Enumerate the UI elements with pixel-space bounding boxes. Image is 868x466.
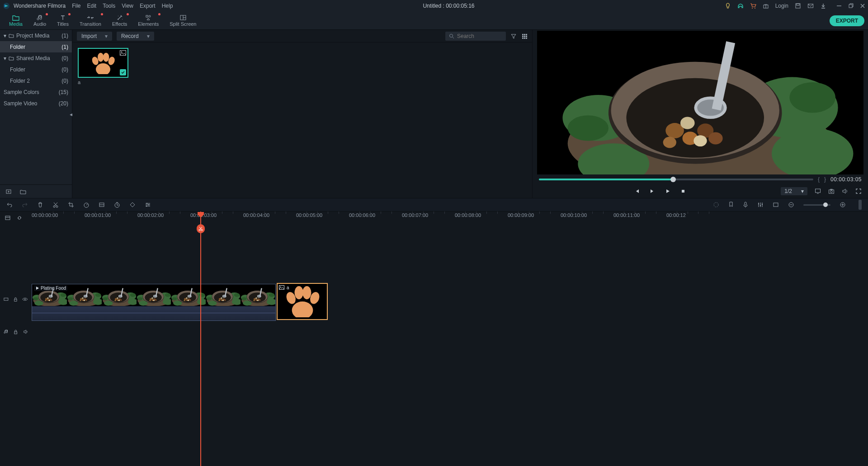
grid-view-icon[interactable] (521, 33, 528, 39)
duration-icon[interactable] (114, 202, 120, 208)
preview-progress[interactable] (539, 179, 813, 180)
track-header-video[interactable] (0, 297, 32, 302)
menu-help[interactable]: Help (162, 3, 173, 9)
menu-view[interactable]: View (122, 3, 133, 9)
sidebar-sample-colors[interactable]: Sample Colors (15) (0, 86, 72, 98)
link-icon[interactable] (16, 215, 23, 221)
marker-icon[interactable] (728, 202, 734, 208)
download-icon[interactable] (820, 3, 826, 9)
svg-rect-86 (279, 286, 284, 290)
svg-point-43 (450, 34, 453, 37)
svg-rect-37 (146, 15, 148, 17)
speed-icon[interactable] (83, 202, 90, 208)
export-button[interactable]: EXPORT (830, 15, 864, 26)
svg-point-63 (56, 206, 58, 207)
display-icon[interactable] (815, 188, 821, 194)
tab-effects[interactable]: Effects (107, 12, 132, 29)
tab-media[interactable]: Media (4, 12, 28, 29)
timeline-scrollbar[interactable] (859, 200, 862, 210)
timeline-video-clip[interactable]: Plating Food (32, 284, 276, 321)
message-icon[interactable] (807, 3, 814, 9)
track-icon (4, 297, 9, 302)
zoom-out-icon[interactable] (788, 202, 794, 208)
freeze-icon[interactable] (99, 202, 105, 208)
menu-file[interactable]: File (72, 3, 80, 9)
sidebar-collapse-icon[interactable]: ◂ (70, 111, 72, 118)
sidebar-project-media[interactable]: ▾Project Media (1) (0, 30, 72, 41)
menu-tools[interactable]: Tools (103, 3, 115, 9)
preview-panel: { } 00:00:03:05 1/2▾ (533, 30, 868, 198)
ruler-tick: 00:00:11:00 (613, 212, 640, 218)
mark-out-icon[interactable]: } (824, 176, 826, 183)
mark-in-icon[interactable]: { (818, 176, 820, 183)
lock-icon[interactable] (13, 297, 18, 302)
fullscreen-icon[interactable] (855, 188, 862, 194)
keyframe-icon[interactable] (129, 202, 136, 208)
svg-rect-51 (522, 38, 524, 39)
timeline-playhead[interactable] (200, 212, 201, 466)
timeline-ruler[interactable]: 00:00:00:0000:00:01:0000:00:02:0000:00:0… (32, 212, 868, 224)
fit-icon[interactable] (773, 202, 779, 208)
ruler-tick: 00:00:07:00 (402, 212, 428, 218)
crop-icon[interactable] (68, 202, 74, 208)
window-close-icon[interactable] (860, 3, 865, 9)
filter-icon[interactable] (510, 33, 517, 39)
idea-icon[interactable] (725, 3, 731, 9)
media-thumbnail[interactable] (78, 48, 128, 78)
sidebar-sample-video[interactable]: Sample Video (20) (0, 98, 72, 109)
quality-dropdown[interactable]: 1/2▾ (781, 187, 807, 195)
lock-icon[interactable] (13, 329, 18, 334)
track-header-audio[interactable] (0, 329, 32, 334)
tab-titles[interactable]: Titles (52, 12, 74, 29)
import-dropdown[interactable]: Import▾ (77, 32, 112, 41)
zoom-in-icon[interactable] (840, 202, 846, 208)
scissors-icon[interactable] (197, 224, 205, 233)
sidebar-shared-folder-2[interactable]: Folder 2 (0) (0, 75, 72, 86)
login-link[interactable]: Login (775, 3, 788, 9)
prev-frame-icon[interactable] (634, 188, 640, 194)
voice-icon[interactable] (743, 202, 748, 208)
speaker-icon[interactable] (23, 329, 28, 334)
eye-icon[interactable] (22, 297, 28, 302)
headset-icon[interactable] (737, 3, 744, 9)
record-dropdown[interactable]: Record▾ (117, 32, 154, 41)
window-restore-icon[interactable] (848, 3, 854, 9)
volume-icon[interactable] (842, 188, 848, 194)
stop-icon[interactable] (680, 188, 686, 194)
search-input[interactable] (445, 32, 506, 41)
snapshot-icon[interactable] (828, 188, 835, 194)
render-icon[interactable] (713, 202, 719, 208)
new-project-icon[interactable] (5, 188, 12, 195)
sidebar-folder[interactable]: Folder (1) (0, 41, 72, 52)
redo-icon[interactable] (22, 202, 28, 208)
gift-icon[interactable] (763, 3, 769, 9)
cut-icon[interactable] (52, 202, 59, 208)
timeline-settings-icon[interactable] (5, 215, 11, 221)
tab-elements[interactable]: Elements (132, 12, 164, 29)
titlebar: Wondershare Filmora File Edit Tools View… (0, 0, 868, 12)
tab-split-screen[interactable]: Split Screen (164, 12, 202, 29)
preview-canvas[interactable] (537, 31, 863, 174)
sidebar-shared-media[interactable]: ▾Shared Media (0) (0, 52, 72, 64)
timeline-image-clip[interactable]: a (277, 283, 328, 320)
tab-transition[interactable]: Transition (74, 12, 107, 29)
save-icon[interactable] (795, 3, 801, 9)
new-folder-icon[interactable] (20, 188, 26, 195)
preview-frame (537, 31, 863, 174)
window-minimize-icon[interactable] (836, 3, 842, 9)
svg-rect-45 (522, 34, 524, 35)
cart-icon[interactable] (750, 3, 756, 9)
delete-icon[interactable] (37, 202, 43, 208)
play-icon[interactable] (665, 188, 670, 194)
tab-audio[interactable]: Audio (28, 12, 52, 29)
sidebar-shared-folder[interactable]: Folder (0) (0, 64, 72, 75)
menu-edit[interactable]: Edit (87, 3, 97, 9)
undo-icon[interactable] (6, 202, 13, 208)
menu-export[interactable]: Export (140, 3, 156, 9)
adjust-icon[interactable] (145, 202, 151, 208)
zoom-slider[interactable] (803, 204, 830, 206)
tool-tabs: Media Audio Titles Transition Effects El… (0, 12, 868, 30)
ruler-tick: 00:00:06:00 (349, 212, 375, 218)
mixer-icon[interactable] (757, 202, 764, 208)
next-frame-icon[interactable] (650, 188, 655, 194)
